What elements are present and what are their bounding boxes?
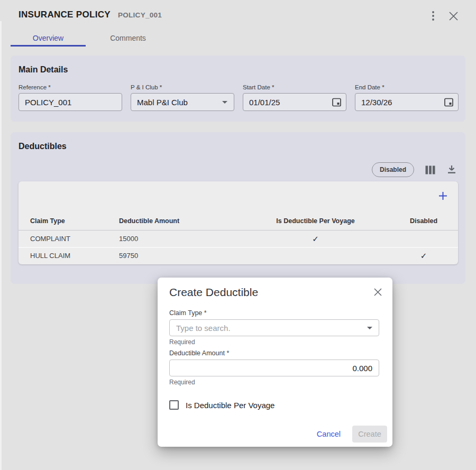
tab-comments[interactable]: Comments [86, 29, 170, 47]
start-date-input[interactable] [243, 94, 346, 110]
pni-club-label: P & I Club * [131, 84, 234, 90]
checkmark-icon: ✓ [389, 251, 458, 261]
end-date-input[interactable] [355, 94, 458, 110]
main-details-fields: Reference * P & I Club * Start Date * En… [19, 84, 459, 111]
main-details-section: Main Details Reference * P & I Club * St… [11, 56, 465, 122]
columns-icon[interactable] [424, 164, 436, 176]
tab-overview-label: Overview [33, 34, 63, 42]
deductibles-toolbar: Disabled [372, 162, 457, 177]
per-voyage-checkbox-label: Is Deductible Per Voyage [186, 401, 274, 410]
modal-close-icon[interactable] [372, 286, 383, 298]
table-row[interactable]: HULL CLAIM 59750 ✓ [19, 247, 458, 263]
tab-overview[interactable]: Overview [11, 29, 86, 47]
per-voyage-checkbox-row[interactable]: Is Deductible Per Voyage [169, 400, 274, 410]
reference-field: Reference * [19, 84, 122, 111]
cell-claim-type: HULL CLAIM [30, 252, 119, 260]
kebab-menu-icon[interactable] [428, 10, 438, 22]
start-date-field: Start Date * [243, 84, 346, 111]
deductibles-title: Deductibles [19, 142, 67, 151]
pni-club-value[interactable] [131, 94, 234, 110]
cell-deductible-amount: 59750 [119, 252, 242, 260]
deductible-amount-required-hint: Required [169, 379, 379, 386]
col-disabled: Disabled [389, 217, 458, 225]
end-date-field: End Date * [355, 84, 459, 111]
create-button[interactable]: Create [352, 426, 387, 443]
calendar-icon[interactable] [444, 97, 453, 107]
active-tab-indicator [11, 45, 86, 47]
dialog-header: INSURANCE POLICY POLICY_001 [19, 10, 162, 20]
col-deductible-amount: Deductible Amount [119, 217, 242, 225]
disabled-chip-label: Disabled [380, 166, 406, 173]
claim-type-required-hint: Required [169, 338, 379, 346]
start-date-label: Start Date * [243, 84, 346, 90]
claim-type-label: Claim Type * [169, 309, 379, 317]
modal-title: Create Deductible [169, 286, 258, 299]
checkmark-icon: ✓ [242, 234, 389, 244]
disabled-filter-chip[interactable]: Disabled [372, 162, 414, 177]
cell-claim-type: COMPLAINT [30, 235, 119, 243]
deductibles-section: Deductibles Disabled Claim Type Deductib… [11, 132, 465, 284]
per-voyage-checkbox[interactable] [169, 400, 179, 410]
policy-reference-subtitle: POLICY_001 [118, 11, 162, 19]
deductible-amount-group: Deductible Amount * Required [169, 349, 379, 386]
pni-club-select[interactable] [131, 93, 234, 111]
page-title: INSURANCE POLICY [19, 10, 111, 20]
deductibles-table: Claim Type Deductible Amount Is Deductib… [19, 181, 458, 264]
create-deductible-modal: Create Deductible Claim Type * Required … [158, 278, 392, 447]
claim-type-search-input[interactable] [170, 320, 379, 336]
close-icon[interactable] [447, 10, 459, 22]
chevron-down-icon [222, 101, 227, 104]
claim-type-group: Claim Type * Required [169, 309, 379, 346]
deductible-amount-input[interactable] [170, 360, 379, 376]
table-header-row: Claim Type Deductible Amount Is Deductib… [19, 211, 458, 231]
col-claim-type: Claim Type [30, 217, 119, 225]
tab-bar: Overview Comments [11, 29, 170, 47]
cell-deductible-amount: 15000 [119, 235, 242, 243]
tab-comments-label: Comments [110, 34, 146, 42]
chevron-down-icon [367, 327, 372, 329]
reference-label: Reference * [19, 84, 122, 90]
col-per-voyage: Is Deductible Per Voyage [242, 217, 389, 225]
page-left-edge [0, 21, 2, 470]
table-add-row [19, 181, 458, 211]
download-icon[interactable] [446, 164, 457, 176]
deductible-amount-label: Deductible Amount * [169, 349, 379, 357]
pni-club-field: P & I Club * [131, 84, 234, 111]
add-deductible-button[interactable] [435, 188, 451, 204]
modal-footer: Cancel Create [317, 426, 387, 443]
cancel-button[interactable]: Cancel [317, 430, 341, 438]
end-date-label: End Date * [355, 84, 459, 90]
claim-type-combobox[interactable] [169, 319, 379, 336]
reference-input[interactable] [19, 94, 122, 110]
main-details-title: Main Details [19, 65, 68, 75]
table-row[interactable]: COMPLAINT 15000 ✓ [19, 231, 458, 247]
calendar-icon[interactable] [332, 97, 341, 107]
